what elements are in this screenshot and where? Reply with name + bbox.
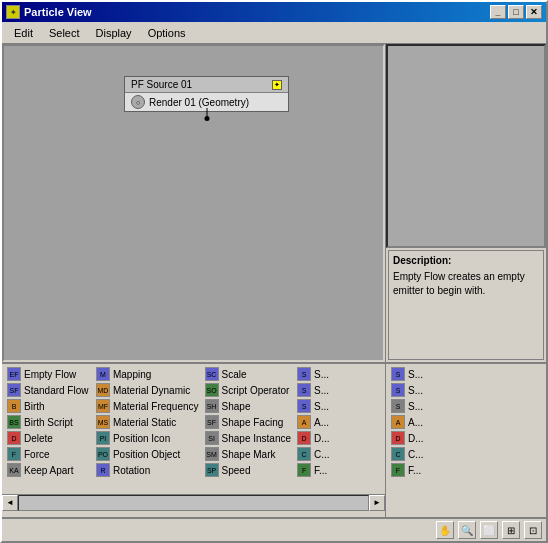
maximize-button[interactable]: □ xyxy=(508,5,524,19)
list-item-birth-script[interactable]: BS Birth Script xyxy=(4,414,93,430)
particle-view-window: ✦ Particle View _ □ ✕ Edit Select Displa… xyxy=(0,0,548,543)
window-title: Particle View xyxy=(24,6,92,18)
col4-0-icon: S xyxy=(297,367,311,381)
close-button[interactable]: ✕ xyxy=(526,5,542,19)
right-list-label-5: C... xyxy=(408,449,424,460)
menu-display[interactable]: Display xyxy=(88,25,140,41)
list-column-2: M Mapping MD Material Dynamic MF Materia… xyxy=(93,366,202,492)
list-item-shape-instance[interactable]: SI Shape Instance xyxy=(202,430,295,446)
mapping-label: Mapping xyxy=(113,369,151,380)
list-item-keep-apart[interactable]: KA Keep Apart xyxy=(4,462,93,478)
scroll-left-button[interactable]: ◄ xyxy=(2,495,18,511)
list-item-c4-5[interactable]: C C... xyxy=(294,446,383,462)
right-list-item-0[interactable]: S S... xyxy=(388,366,544,382)
right-list-item-5[interactable]: C C... xyxy=(388,446,544,462)
col4-5-icon: C xyxy=(297,447,311,461)
list-item-c4-6[interactable]: F F... xyxy=(294,462,383,478)
material-static-icon: MS xyxy=(96,415,110,429)
right-panel: Description: Empty Flow creates an empty… xyxy=(386,44,546,517)
menu-edit[interactable]: Edit xyxy=(6,25,41,41)
canvas-area[interactable]: PF Source 01 ✦ ○ Render 01 (Geometry) xyxy=(2,44,385,362)
list-item-force[interactable]: F Force xyxy=(4,446,93,462)
status-grid-icon[interactable]: ⊞ xyxy=(502,521,520,539)
right-list-item-2[interactable]: S S... xyxy=(388,398,544,414)
main-content: PF Source 01 ✦ ○ Render 01 (Geometry) xyxy=(2,44,546,517)
description-title: Description: xyxy=(393,255,539,266)
keep-apart-label: Keep Apart xyxy=(24,465,73,476)
window-icon: ✦ xyxy=(6,5,20,19)
shape-icon: SH xyxy=(205,399,219,413)
right-list-area: S S... S S... S S... A A... xyxy=(386,362,546,517)
standard-flow-label: Standard Flow xyxy=(24,385,88,396)
scroll-right-button[interactable]: ► xyxy=(369,495,385,511)
right-list-item-4[interactable]: D D... xyxy=(388,430,544,446)
col4-1-label: S... xyxy=(314,385,329,396)
menu-select[interactable]: Select xyxy=(41,25,88,41)
scroll-track[interactable] xyxy=(18,495,369,511)
list-item-speed[interactable]: SP Speed xyxy=(202,462,295,478)
connector-dot xyxy=(204,116,209,121)
right-list-icon-0: S xyxy=(391,367,405,381)
list-item-c4-1[interactable]: S S... xyxy=(294,382,383,398)
list-item-rotation[interactable]: R Rotation xyxy=(93,462,202,478)
status-frame-icon[interactable]: ⬜ xyxy=(480,521,498,539)
list-item-script-operator[interactable]: SO Script Operator xyxy=(202,382,295,398)
right-list-icon-1: S xyxy=(391,383,405,397)
left-panel: PF Source 01 ✦ ○ Render 01 (Geometry) xyxy=(2,44,386,517)
birth-script-icon: BS xyxy=(7,415,21,429)
particle-node[interactable]: PF Source 01 ✦ ○ Render 01 (Geometry) xyxy=(124,76,289,112)
horizontal-scrollbar: ◄ ► xyxy=(2,494,385,510)
list-item-empty-flow[interactable]: EF Empty Flow xyxy=(4,366,93,382)
list-item-position-icon[interactable]: PI Position Icon xyxy=(93,430,202,446)
speed-label: Speed xyxy=(222,465,251,476)
list-item-position-object[interactable]: PO Position Object xyxy=(93,446,202,462)
list-item-mapping[interactable]: M Mapping xyxy=(93,366,202,382)
menu-options[interactable]: Options xyxy=(140,25,194,41)
right-list-icon-3: A xyxy=(391,415,405,429)
list-item-c4-4[interactable]: D D... xyxy=(294,430,383,446)
shape-facing-icon: SF xyxy=(205,415,219,429)
right-list-icon-5: C xyxy=(391,447,405,461)
position-object-icon: PO xyxy=(96,447,110,461)
col4-5-label: C... xyxy=(314,449,330,460)
status-box-icon[interactable]: ⊡ xyxy=(524,521,542,539)
col4-3-icon: A xyxy=(297,415,311,429)
force-label: Force xyxy=(24,449,50,460)
right-list-icon-2: S xyxy=(391,399,405,413)
right-list-label-2: S... xyxy=(408,401,423,412)
delete-icon: D xyxy=(7,431,21,445)
right-list-item-3[interactable]: A A... xyxy=(388,414,544,430)
list-item-material-static[interactable]: MS Material Static xyxy=(93,414,202,430)
status-search-icon[interactable]: 🔍 xyxy=(458,521,476,539)
right-canvas xyxy=(386,44,546,248)
mapping-icon: M xyxy=(96,367,110,381)
list-column-1: EF Empty Flow SF Standard Flow B Birth xyxy=(4,366,93,492)
list-item-delete[interactable]: D Delete xyxy=(4,430,93,446)
node-render-label: Render 01 (Geometry) xyxy=(149,97,249,108)
list-item-c4-0[interactable]: S S... xyxy=(294,366,383,382)
status-hand-icon[interactable]: ✋ xyxy=(436,521,454,539)
title-bar: ✦ Particle View _ □ ✕ xyxy=(2,2,546,22)
list-item-c4-3[interactable]: A A... xyxy=(294,414,383,430)
list-item-shape[interactable]: SH Shape xyxy=(202,398,295,414)
list-item-shape-mark[interactable]: SM Shape Mark xyxy=(202,446,295,462)
connector-line xyxy=(206,108,207,116)
list-item-c4-2[interactable]: S S... xyxy=(294,398,383,414)
right-list-label-6: F... xyxy=(408,465,421,476)
list-item-material-frequency[interactable]: MF Material Frequency xyxy=(93,398,202,414)
birth-icon: B xyxy=(7,399,21,413)
list-item-scale[interactable]: SC Scale xyxy=(202,366,295,382)
right-list-icon-6: F xyxy=(391,463,405,477)
list-item-material-dynamic[interactable]: MD Material Dynamic xyxy=(93,382,202,398)
birth-script-label: Birth Script xyxy=(24,417,73,428)
list-item-shape-facing[interactable]: SF Shape Facing xyxy=(202,414,295,430)
shape-instance-icon: SI xyxy=(205,431,219,445)
list-item-birth[interactable]: B Birth xyxy=(4,398,93,414)
minimize-button[interactable]: _ xyxy=(490,5,506,19)
right-list-item-6[interactable]: F F... xyxy=(388,462,544,478)
right-list-label-4: D... xyxy=(408,433,424,444)
render-icon: ○ xyxy=(131,95,145,109)
node-header-icon: ✦ xyxy=(272,80,282,90)
right-list-item-1[interactable]: S S... xyxy=(388,382,544,398)
list-item-standard-flow[interactable]: SF Standard Flow xyxy=(4,382,93,398)
